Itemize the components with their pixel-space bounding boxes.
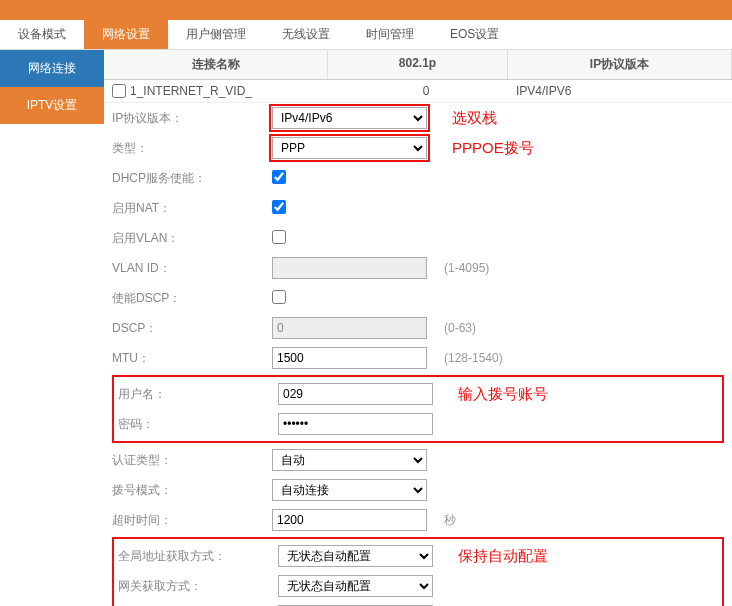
annotation-type: PPPOE拨号 bbox=[432, 139, 534, 158]
input-password[interactable] bbox=[278, 413, 433, 435]
checkbox-dhcp[interactable] bbox=[272, 170, 286, 184]
label-gateway: 网关获取方式： bbox=[118, 578, 278, 595]
checkbox-nat[interactable] bbox=[272, 200, 286, 214]
select-ipver[interactable]: IPv4/IPv6 bbox=[272, 107, 427, 129]
sidebar: 网络连接 IPTV设置 bbox=[0, 50, 104, 606]
label-timeout: 超时时间： bbox=[112, 512, 272, 529]
col-ipver: IP协议版本 bbox=[508, 50, 732, 79]
tab-user-mgmt[interactable]: 用户侧管理 bbox=[168, 20, 264, 49]
conn-name: 1_INTERNET_R_VID_ bbox=[130, 84, 252, 98]
input-mtu[interactable] bbox=[272, 347, 427, 369]
tab-device-mode[interactable]: 设备模式 bbox=[0, 20, 84, 49]
label-auth: 认证类型： bbox=[112, 452, 272, 469]
label-type: 类型： bbox=[112, 140, 272, 157]
select-gateway[interactable]: 无状态自动配置 bbox=[278, 575, 433, 597]
label-dscp: DSCP： bbox=[112, 320, 272, 337]
select-auth[interactable]: 自动 bbox=[272, 449, 427, 471]
input-vlanid[interactable] bbox=[272, 257, 427, 279]
top-banner bbox=[0, 0, 732, 20]
label-ipver: IP协议版本： bbox=[112, 110, 272, 127]
input-dscp[interactable] bbox=[272, 317, 427, 339]
annotation-credentials: 输入拨号账号 bbox=[438, 385, 548, 404]
label-vlan: 启用VLAN： bbox=[112, 230, 272, 247]
input-timeout[interactable] bbox=[272, 509, 427, 531]
conn-8021p: 0 bbox=[336, 84, 516, 98]
label-password: 密码： bbox=[118, 416, 278, 433]
label-mtu: MTU： bbox=[112, 350, 272, 367]
label-dscp-en: 使能DSCP： bbox=[112, 290, 272, 307]
connection-row[interactable]: 1_INTERNET_R_VID_ 0 IPV4/IPV6 bbox=[104, 80, 732, 103]
sidebar-item-iptv[interactable]: IPTV设置 bbox=[0, 87, 104, 124]
connection-table-header: 连接名称 802.1p IP协议版本 bbox=[104, 50, 732, 80]
hint-mtu: (128-1540) bbox=[432, 351, 503, 365]
col-conn-name: 连接名称 bbox=[104, 50, 328, 79]
select-type[interactable]: PPP bbox=[272, 137, 427, 159]
conn-ipver: IPV4/IPV6 bbox=[516, 84, 724, 98]
tab-time-mgmt[interactable]: 时间管理 bbox=[348, 20, 432, 49]
checkbox-dscp-en[interactable] bbox=[272, 290, 286, 304]
annotation-ipver: 选双栈 bbox=[432, 109, 497, 128]
tab-network-settings[interactable]: 网络设置 bbox=[84, 20, 168, 49]
sidebar-item-network-conn[interactable]: 网络连接 bbox=[0, 50, 104, 87]
annotation-addr: 保持自动配置 bbox=[438, 547, 548, 566]
label-nat: 启用NAT： bbox=[112, 200, 272, 217]
label-global-addr: 全局地址获取方式： bbox=[118, 548, 278, 565]
hint-dscp: (0-63) bbox=[432, 321, 476, 335]
tab-eos[interactable]: EOS设置 bbox=[432, 20, 517, 49]
label-dial: 拨号模式： bbox=[112, 482, 272, 499]
addr-config-block: 全局地址获取方式： 无状态自动配置 保持自动配置 网关获取方式： 无状态自动配置… bbox=[112, 537, 724, 606]
main-panel: 连接名称 802.1p IP协议版本 1_INTERNET_R_VID_ 0 I… bbox=[104, 50, 732, 606]
col-8021p: 802.1p bbox=[328, 50, 508, 79]
nav-tabs: 设备模式 网络设置 用户侧管理 无线设置 时间管理 EOS设置 bbox=[0, 20, 732, 50]
label-vlanid: VLAN ID： bbox=[112, 260, 272, 277]
input-username[interactable] bbox=[278, 383, 433, 405]
label-dhcp: DHCP服务使能： bbox=[112, 170, 272, 187]
tab-wireless[interactable]: 无线设置 bbox=[264, 20, 348, 49]
credentials-block: 用户名： 输入拨号账号 密码： bbox=[112, 375, 724, 443]
select-global-addr[interactable]: 无状态自动配置 bbox=[278, 545, 433, 567]
conn-checkbox[interactable] bbox=[112, 84, 126, 98]
hint-timeout: 秒 bbox=[432, 512, 456, 529]
label-username: 用户名： bbox=[118, 386, 278, 403]
hint-vlanid: (1-4095) bbox=[432, 261, 489, 275]
select-dial[interactable]: 自动连接 bbox=[272, 479, 427, 501]
checkbox-vlan[interactable] bbox=[272, 230, 286, 244]
